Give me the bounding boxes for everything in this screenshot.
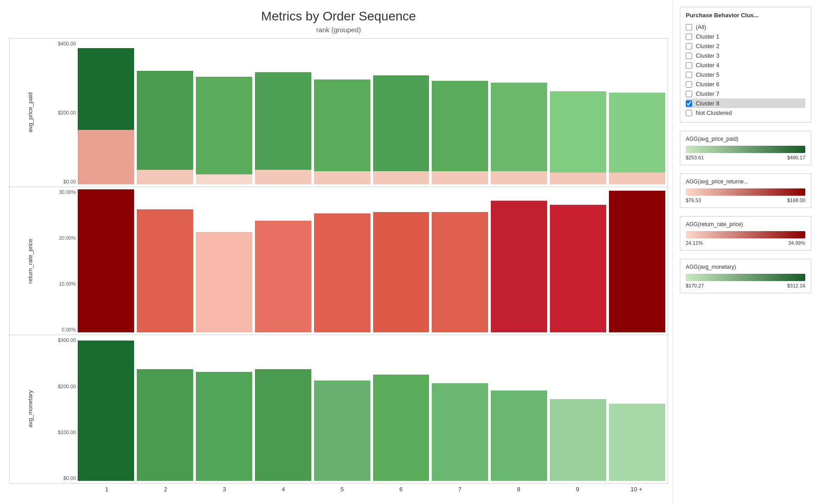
filter-label: Cluster 3 [696, 52, 719, 59]
y-tick: 30.00% [59, 189, 76, 195]
bar-segment-bottom [373, 171, 429, 184]
sidebar: Purchase Behavior Clus...(All)Cluster 1C… [673, 0, 818, 504]
filter-item-7[interactable]: Cluster 7 [686, 89, 805, 99]
legend-max: $312.16 [787, 283, 805, 288]
filter-checkbox-8[interactable] [686, 100, 692, 107]
filter-label: Cluster 6 [696, 81, 719, 88]
x-tick: 7 [430, 486, 489, 493]
x-tick: 2 [136, 486, 195, 493]
legend-range: $170.27$312.16 [686, 283, 805, 288]
bar-group [373, 189, 429, 333]
filter-checkbox-2[interactable] [686, 43, 692, 49]
bar-segment-top [78, 48, 134, 130]
legend-title: AGG(avg_monetary) [686, 264, 805, 270]
filter-checkbox-7[interactable] [686, 91, 692, 97]
filter-item-3[interactable]: Cluster 3 [686, 51, 805, 60]
bar-group [609, 41, 665, 184]
filter-title: Purchase Behavior Clus... [686, 12, 805, 19]
filter-label: Cluster 8 [696, 100, 719, 107]
filter-item-0[interactable]: (All) [686, 22, 805, 32]
legend-section-3: AGG(avg_monetary)$170.27$312.16 [680, 259, 811, 293]
filter-item-4[interactable]: Cluster 4 [686, 60, 805, 70]
bar-group [432, 41, 488, 184]
chart-row-avg_price_paid: avg_price_paid$400.00$200.00$0.00 [10, 39, 668, 187]
bar-group [373, 337, 429, 481]
legend-min: 24.11% [686, 240, 703, 246]
y-tick: $400.00 [58, 41, 76, 46]
legend-section-1: AGG(avg_price_returne...$76.53$168.00 [680, 173, 811, 208]
bar-group [491, 337, 547, 481]
filter-checkbox-5[interactable] [686, 72, 692, 78]
bar-group [609, 189, 665, 333]
legend-min: $253.61 [686, 155, 704, 160]
filter-checkbox-3[interactable] [686, 53, 692, 59]
y-ticks-return_rate_price: 30.00%20.00%10.00%0.00% [50, 187, 78, 335]
filter-item-8[interactable]: Cluster 8 [686, 99, 805, 108]
filter-label: Not Clustered [696, 109, 732, 116]
bar-segment-top [255, 72, 311, 170]
y-ticks-avg_monetary: $300.00$200.00$100.00$0.00 [50, 335, 78, 483]
bar-group [196, 337, 252, 481]
x-axis-row: 12345678910 + [77, 484, 668, 495]
y-tick: $300.00 [58, 337, 76, 343]
bars-wrapper [78, 337, 665, 481]
filter-item-2[interactable]: Cluster 2 [686, 41, 805, 51]
filter-checkbox-9[interactable] [686, 110, 692, 116]
bar-segment [78, 341, 134, 481]
bar-segment-bottom [314, 171, 370, 184]
bar-segment-bottom [432, 171, 488, 184]
bar-segment-bottom [609, 173, 665, 184]
legend-max: $480.17 [787, 155, 805, 160]
filter-label: Cluster 4 [696, 62, 719, 69]
bar-segment [373, 212, 429, 332]
y-tick: $0.00 [63, 179, 76, 184]
bar-segment [609, 191, 665, 333]
filter-item-6[interactable]: Cluster 6 [686, 79, 805, 89]
bar-segment [255, 369, 311, 481]
bar-group [491, 41, 547, 184]
legend-max: 34.99% [788, 240, 805, 246]
x-tick: 3 [195, 486, 254, 493]
y-tick: $200.00 [58, 384, 76, 389]
y-tick: $100.00 [58, 430, 76, 435]
chart-subtitle: rank (grouped) [9, 26, 668, 34]
legend-title: AGG(return_rate_price) [686, 221, 805, 227]
filter-checkbox-1[interactable] [686, 34, 692, 40]
bar-segment-top [373, 75, 429, 172]
bar-segment [550, 205, 606, 332]
x-tick: 6 [372, 486, 431, 493]
bar-group [550, 41, 606, 184]
x-tick: 9 [548, 486, 607, 493]
bar-segment [196, 232, 252, 332]
chart-area-avg_price_paid [78, 39, 668, 187]
filter-checkbox-4[interactable] [686, 62, 692, 69]
filter-checkbox-0[interactable] [686, 24, 692, 30]
bar-segment [373, 375, 429, 481]
y-tick: $0.00 [63, 475, 76, 481]
y-tick: 10.00% [59, 281, 76, 287]
chart-area-return_rate_price [78, 187, 668, 335]
x-tick: 5 [313, 486, 372, 493]
bar-group [255, 41, 311, 184]
bar-group [137, 41, 193, 184]
bar-segment [491, 201, 547, 332]
legend-section-2: AGG(return_rate_price)24.11%34.99% [680, 216, 811, 251]
bar-group [137, 337, 193, 481]
bar-segment-bottom [196, 174, 252, 184]
legend-range: $253.61$480.17 [686, 155, 805, 160]
y-ticks-avg_price_paid: $400.00$200.00$0.00 [50, 39, 78, 187]
filter-checkbox-6[interactable] [686, 81, 692, 88]
bars-wrapper [78, 189, 665, 333]
y-tick: $200.00 [58, 110, 76, 115]
legend-range: 24.11%34.99% [686, 240, 805, 246]
filter-item-5[interactable]: Cluster 5 [686, 70, 805, 79]
chart-area-avg_monetary [78, 335, 668, 483]
filter-item-9[interactable]: Not Clustered [686, 108, 805, 118]
filter-item-1[interactable]: Cluster 1 [686, 32, 805, 41]
legend-gradient [686, 274, 805, 281]
bar-group [314, 337, 370, 481]
filter-label: Cluster 2 [696, 43, 719, 49]
bar-group [432, 189, 488, 333]
bar-group [609, 337, 665, 481]
filter-label: Cluster 7 [696, 90, 719, 97]
